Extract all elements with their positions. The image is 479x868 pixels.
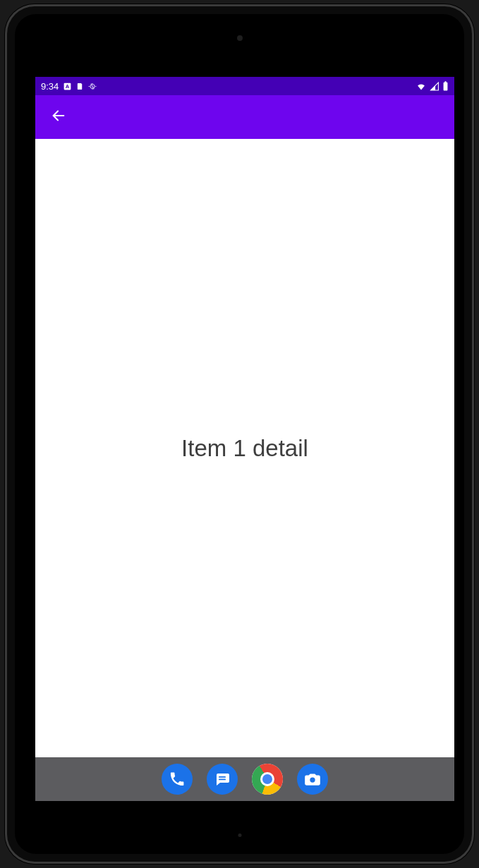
status-bar: 9:34 A xyxy=(35,77,454,95)
detail-text: Item 1 detail xyxy=(181,435,308,462)
chrome-center-icon xyxy=(262,774,272,784)
svg-rect-6 xyxy=(219,776,226,778)
sd-card-icon xyxy=(76,82,84,91)
svg-rect-7 xyxy=(219,779,226,781)
svg-text:A: A xyxy=(66,83,70,90)
back-button[interactable] xyxy=(45,104,72,130)
chrome-app-icon[interactable] xyxy=(252,764,283,795)
dock-bar xyxy=(35,757,454,801)
messages-app-icon[interactable] xyxy=(207,764,238,795)
back-arrow-icon xyxy=(51,108,66,126)
status-bar-left: 9:34 A xyxy=(41,81,97,92)
sync-icon xyxy=(88,82,97,91)
phone-app-icon[interactable] xyxy=(162,764,193,795)
device-home-indicator xyxy=(238,833,241,837)
android-badge-icon: A xyxy=(63,82,72,91)
screen: 9:34 A xyxy=(35,77,454,801)
svg-point-8 xyxy=(310,777,315,782)
device-camera xyxy=(237,35,243,41)
device-frame: 9:34 A xyxy=(5,4,474,864)
camera-app-icon[interactable] xyxy=(297,764,328,795)
battery-icon xyxy=(442,81,449,91)
svg-rect-4 xyxy=(444,81,446,82)
wifi-icon xyxy=(416,82,427,91)
cell-signal-icon xyxy=(430,82,439,91)
content-area: Item 1 detail xyxy=(35,139,454,757)
svg-rect-3 xyxy=(444,82,448,91)
app-bar xyxy=(35,95,454,139)
status-time: 9:34 xyxy=(41,81,59,92)
status-bar-right xyxy=(416,81,449,91)
